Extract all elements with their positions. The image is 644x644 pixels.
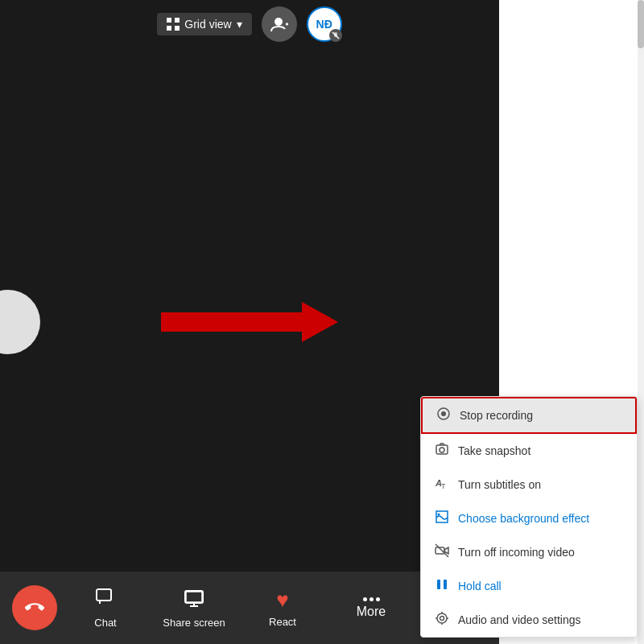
mic-off-icon xyxy=(332,31,340,39)
chat-icon xyxy=(95,588,116,613)
chat-svg-icon xyxy=(95,588,116,609)
svg-rect-24 xyxy=(444,580,447,589)
top-bar: Grid view ▾ NĐ xyxy=(0,0,499,48)
svg-rect-1 xyxy=(175,18,180,23)
grid-view-label: Grid view xyxy=(184,18,231,31)
arrow-head xyxy=(302,302,338,342)
svg-rect-2 xyxy=(167,26,171,31)
more-icon xyxy=(363,597,380,601)
svg-rect-3 xyxy=(175,26,180,31)
hangup-button[interactable] xyxy=(12,585,57,630)
svg-point-25 xyxy=(437,613,447,623)
take-snapshot-label: Take snapshot xyxy=(458,444,530,457)
react-icon: ♥ xyxy=(276,588,288,613)
chat-button[interactable]: Chat xyxy=(61,572,150,644)
turn-subtitles-on-icon: AT xyxy=(434,476,450,493)
add-person-button[interactable] xyxy=(262,6,297,42)
share-screen-button[interactable]: Share screen xyxy=(150,572,238,644)
stop-recording-label: Stop recording xyxy=(460,409,533,422)
arrow-indicator xyxy=(161,302,338,342)
svg-rect-0 xyxy=(167,18,171,23)
svg-rect-10 xyxy=(185,591,203,603)
svg-text:T: T xyxy=(441,482,446,490)
menu-item-take-snapshot[interactable]: Take snapshot xyxy=(421,434,637,468)
svg-point-26 xyxy=(440,617,444,621)
participant-avatar-partial xyxy=(0,290,40,354)
chat-label: Chat xyxy=(94,617,116,629)
svg-rect-11 xyxy=(186,592,202,602)
hold-call-label: Hold call xyxy=(458,580,502,592)
share-screen-icon xyxy=(184,588,204,613)
turn-off-video-label: Turn off incoming video xyxy=(458,546,575,559)
menu-item-audio-video-settings[interactable]: Audio and video settings xyxy=(421,603,637,637)
hangup-icon xyxy=(25,598,44,617)
more-button[interactable]: More xyxy=(327,572,415,644)
audio-video-settings-label: Audio and video settings xyxy=(458,613,581,626)
mute-badge xyxy=(329,29,342,42)
stop-recording-icon xyxy=(436,407,452,424)
choose-background-label: Choose background effect xyxy=(458,512,589,525)
svg-point-4 xyxy=(275,18,283,26)
arrow-body xyxy=(161,312,306,332)
more-dropdown-menu: Stop recordingTake snapshotATTurn subtit… xyxy=(420,396,638,638)
avatar-initials: NĐ xyxy=(316,18,332,31)
react-button[interactable]: ♥ React xyxy=(238,572,327,644)
chevron-down-icon: ▾ xyxy=(237,18,242,31)
menu-item-choose-background[interactable]: Choose background effect xyxy=(421,502,637,535)
menu-item-hold-call[interactable]: Hold call xyxy=(421,569,637,603)
share-screen-svg-icon xyxy=(184,588,204,609)
hold-call-icon xyxy=(434,577,450,595)
svg-rect-23 xyxy=(437,580,440,589)
choose-background-icon xyxy=(434,510,450,527)
svg-rect-8 xyxy=(334,32,337,37)
svg-point-15 xyxy=(441,411,446,416)
svg-rect-9 xyxy=(97,589,111,601)
more-label: More xyxy=(357,605,386,619)
turn-subtitles-on-label: Turn subtitles on xyxy=(458,478,541,491)
add-person-icon xyxy=(270,15,288,33)
svg-point-17 xyxy=(440,448,444,452)
scrollbar-thumb[interactable] xyxy=(638,0,644,48)
menu-item-turn-subtitles-on[interactable]: ATTurn subtitles on xyxy=(421,468,637,502)
react-label: React xyxy=(269,616,296,628)
take-snapshot-icon xyxy=(434,442,450,460)
grid-view-button[interactable]: Grid view ▾ xyxy=(157,13,251,35)
menu-item-stop-recording[interactable]: Stop recording xyxy=(421,397,637,434)
turn-off-video-icon xyxy=(434,543,450,561)
grid-icon xyxy=(167,18,180,31)
share-screen-label: Share screen xyxy=(163,617,225,629)
svg-line-22 xyxy=(436,544,448,557)
user-avatar[interactable]: NĐ xyxy=(307,6,342,42)
audio-video-settings-icon xyxy=(434,611,450,629)
menu-item-turn-off-video[interactable]: Turn off incoming video xyxy=(421,535,637,569)
scrollbar-track xyxy=(638,0,644,644)
svg-point-20 xyxy=(438,514,440,516)
